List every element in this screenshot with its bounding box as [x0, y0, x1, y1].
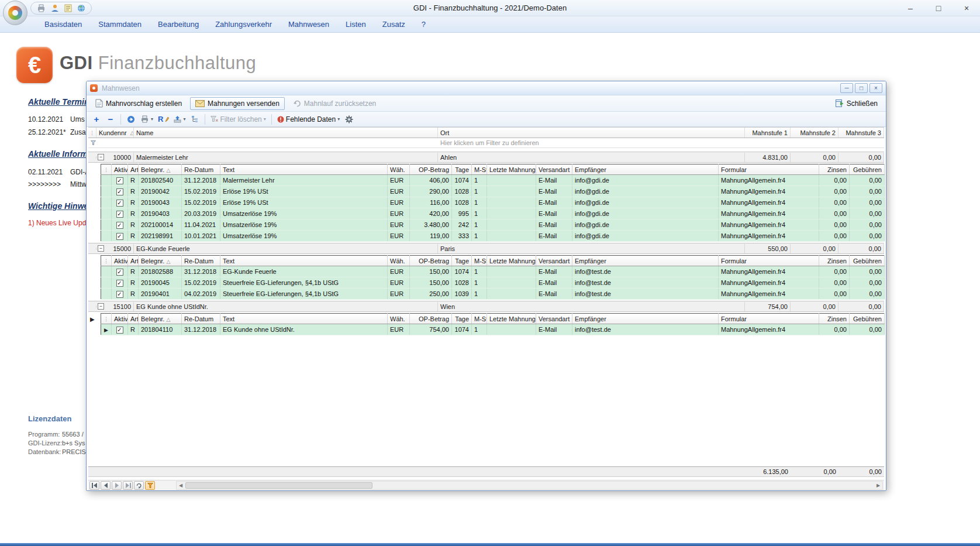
filter-hint[interactable]: Hier klicken um Filter zu definieren	[438, 139, 745, 146]
schliessen-button[interactable]: Schließen	[831, 98, 882, 109]
mahnungen-versenden-button[interactable]: Mahnungen versenden	[190, 97, 285, 110]
detail-column-versand[interactable]: Versandart	[536, 256, 572, 266]
aktiv-checkbox[interactable]: ✓	[116, 177, 123, 184]
info-item[interactable]: 02.11.2021GDI-Al	[28, 168, 91, 176]
aktiv-checkbox[interactable]: ✓	[116, 200, 123, 207]
termin-item[interactable]: 25.12.2021*Zusa	[28, 128, 86, 136]
detail-column-versand[interactable]: Versandart	[536, 164, 572, 175]
detail-column-formular[interactable]: Formular	[719, 256, 819, 266]
detail-column-redatum[interactable]: Re-Datum	[182, 314, 220, 324]
column-header-kundennr[interactable]: Kundennr△	[96, 128, 134, 138]
menu-item-stammdaten[interactable]: Stammdaten	[90, 16, 150, 32]
detail-column-text[interactable]: Text	[220, 314, 388, 324]
aktiv-checkbox[interactable]: ✓	[116, 222, 123, 229]
aktiv-checkbox[interactable]: ✓	[116, 327, 123, 334]
detail-column-waeh[interactable]: Wäh.	[388, 314, 410, 324]
detail-row-20190401[interactable]: ✓R2019040104.02.2019Steuerfreie EG-Liefe…	[101, 289, 885, 300]
detail-column-redatum[interactable]: Re-Datum	[182, 164, 220, 175]
detail-column-art[interactable]: Art	[128, 256, 139, 266]
goto-button[interactable]	[125, 114, 137, 125]
detail-column-zinsen[interactable]: Zinsen	[819, 314, 850, 324]
next-record-button[interactable]	[112, 481, 122, 490]
detail-row-201802588[interactable]: ✓R20180258831.12.2018EG-Kunde FeuerleEUR…	[101, 266, 885, 277]
dropdown-caret-icon[interactable]: ▾	[337, 116, 340, 122]
column-header-ort[interactable]: Ort	[438, 128, 745, 138]
detail-column-belegnr[interactable]: Belegnr. △	[139, 164, 182, 175]
detail-column-formular[interactable]: Formular	[719, 164, 819, 175]
detail-column-menu[interactable]: ⋮	[101, 164, 112, 175]
detail-column-mst[interactable]: M-St	[472, 164, 487, 175]
detail-column-geb[interactable]: Gebühren	[850, 256, 885, 266]
aktiv-checkbox[interactable]: ✓	[116, 233, 123, 240]
detail-row-20190042[interactable]: ✓R2019004215.02.2019Erlöse 19% UStEUR290…	[101, 186, 885, 197]
tree-view-button[interactable]	[188, 114, 201, 125]
detail-column-waeh[interactable]: Wäh.	[388, 256, 410, 266]
termin-item[interactable]: 10.12.2021Ums	[28, 115, 85, 123]
add-button[interactable]: +	[90, 114, 103, 125]
detail-column-tage[interactable]: Tage	[452, 314, 472, 324]
collapse-button[interactable]: −	[98, 154, 104, 160]
detail-row-202198991[interactable]: ✓R20219899110.01.2021Umsatzerlöse 19%EUR…	[101, 231, 885, 242]
detail-column-zinsen[interactable]: Zinsen	[819, 256, 850, 266]
column-header-name[interactable]: Name	[134, 128, 438, 138]
info-item[interactable]: >>>>>>>>Mittwo	[28, 180, 91, 188]
aktiv-checkbox[interactable]: ✓	[116, 291, 123, 298]
dialog-minimize-button[interactable]: ─	[840, 83, 853, 93]
aktiv-checkbox[interactable]: ✓	[116, 188, 123, 195]
menu-item-basisdaten[interactable]: Basisdaten	[36, 16, 90, 32]
detail-column-empf[interactable]: Empfänger	[572, 164, 719, 175]
filter-toggle-button[interactable]	[145, 481, 155, 490]
menu-item-listen[interactable]: Listen	[337, 16, 374, 32]
detail-column-versand[interactable]: Versandart	[536, 314, 572, 324]
column-header-mahnstufe2[interactable]: Mahnstufe 2	[791, 128, 838, 138]
detail-column-geb[interactable]: Gebühren	[850, 164, 885, 175]
dialog-maximize-button[interactable]: □	[855, 83, 868, 93]
detail-column-belegnr[interactable]: Belegnr. △	[139, 256, 182, 266]
detail-column-belegnr[interactable]: Belegnr. △	[139, 314, 182, 324]
dropdown-caret-icon[interactable]: ▾	[151, 116, 153, 122]
filter-row[interactable]: Hier klicken um Filter zu definieren	[88, 138, 884, 148]
detail-column-menu[interactable]: ⋮	[101, 256, 112, 266]
filter-loeschen-button[interactable]: Filter löschen ▾	[209, 114, 267, 125]
menu-item-help[interactable]: ?	[413, 16, 434, 32]
detail-column-mst[interactable]: M-St	[472, 314, 487, 324]
detail-column-tage[interactable]: Tage	[452, 164, 472, 175]
detail-column-redatum[interactable]: Re-Datum	[182, 256, 220, 266]
horizontal-scrollbar[interactable]: ◀ ▶	[176, 481, 883, 490]
hinweis-item[interactable]: 1) Neues Live Upd	[28, 219, 86, 227]
detail-column-text[interactable]: Text	[220, 164, 388, 175]
refresh-button[interactable]	[134, 481, 144, 490]
detail-row-201804110[interactable]: ▶✓R20180411031.12.2018EG Kunde ohne UStI…	[101, 324, 885, 335]
maximize-button[interactable]: □	[933, 4, 944, 13]
users-icon[interactable]	[51, 4, 59, 12]
detail-column-tage[interactable]: Tage	[452, 256, 472, 266]
grid-corner-cell[interactable]: ⋮	[88, 128, 96, 138]
group-row-15100[interactable]: −15100EG Kunde ohne UStIdNr.Wien754,000,…	[88, 301, 884, 312]
detail-row-201802540[interactable]: ✓R20180254031.12.2018Malermeister LehrEU…	[101, 175, 885, 186]
detail-column-geb[interactable]: Gebühren	[850, 314, 885, 324]
menu-item-zusatz[interactable]: Zusatz	[374, 16, 413, 32]
printer-icon[interactable]	[37, 4, 46, 12]
aktiv-checkbox[interactable]: ✓	[116, 211, 123, 218]
detail-column-letzte[interactable]: Letzte Mahnung	[487, 256, 536, 266]
detail-column-betrag[interactable]: OP-Betrag	[410, 164, 452, 175]
detail-column-aktiv[interactable]: Aktiv	[112, 256, 128, 266]
detail-row-20190403[interactable]: ✓R2019040320.03.2019Umsatzerlöse 19%EUR4…	[101, 208, 885, 219]
mahnlauf-zuruecksetzen-button[interactable]: Mahnlauf zurücksetzen	[288, 97, 381, 110]
detail-column-formular[interactable]: Formular	[719, 314, 819, 324]
detail-column-menu[interactable]: ⋮	[101, 314, 112, 324]
detail-row-20190045[interactable]: ✓R2019004515.02.2019Steuerfreie EG-Liefe…	[101, 277, 885, 289]
scroll-left-icon[interactable]: ◀	[177, 482, 185, 489]
detail-column-aktiv[interactable]: Aktiv	[112, 164, 128, 175]
export-button[interactable]: ▾	[172, 114, 187, 125]
aktiv-checkbox[interactable]: ✓	[116, 280, 123, 287]
app-logo-icon[interactable]	[3, 1, 27, 25]
scroll-right-icon[interactable]: ▶	[874, 482, 882, 489]
last-record-button[interactable]	[123, 481, 133, 490]
detail-column-betrag[interactable]: OP-Betrag	[410, 314, 452, 324]
menu-item-zahlungsverkehr[interactable]: Zahlungsverkehr	[207, 16, 280, 32]
print-button[interactable]: ▾	[139, 114, 155, 125]
detail-column-empf[interactable]: Empfänger	[572, 256, 719, 266]
dialog-close-button[interactable]: ×	[869, 83, 882, 93]
detail-column-art[interactable]: Art	[128, 164, 139, 175]
